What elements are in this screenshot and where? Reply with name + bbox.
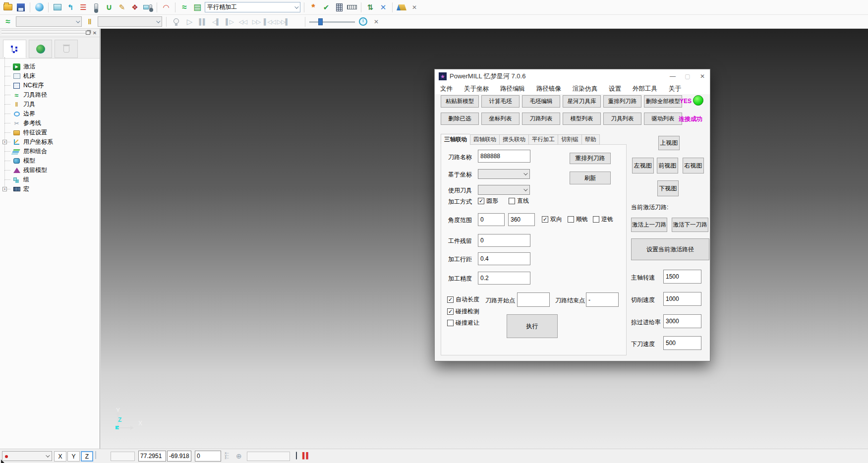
tab-3axis[interactable]: 三轴联动 bbox=[441, 134, 470, 145]
verify-tool-icon[interactable]: ✔ bbox=[321, 2, 332, 13]
skim-feed-input[interactable] bbox=[663, 314, 701, 328]
expand-icon[interactable] bbox=[2, 140, 7, 144]
open-file-icon[interactable] bbox=[2, 2, 13, 13]
strategy-combo[interactable]: 平行精加工 bbox=[205, 2, 300, 12]
maximize-button[interactable]: ▢ bbox=[680, 71, 695, 82]
activate-prev-toolpath-button[interactable]: 激活上一刀路 bbox=[631, 218, 667, 232]
execute-button[interactable]: 执行 bbox=[507, 314, 558, 338]
bidirectional-checkbox[interactable]: 双向 bbox=[542, 215, 562, 224]
sim-toolpath-combo[interactable] bbox=[16, 16, 82, 27]
tab-saw[interactable]: 切割锯 bbox=[558, 134, 581, 145]
rewind-icon[interactable]: ◁◁ bbox=[237, 16, 248, 27]
axis-z-button[interactable]: Z bbox=[81, 451, 93, 462]
save-icon[interactable] bbox=[15, 2, 26, 13]
xyz-list-icon[interactable]: x—y—z— bbox=[225, 452, 231, 460]
toolpath-name-input[interactable] bbox=[478, 150, 530, 163]
block-icon[interactable] bbox=[52, 2, 63, 13]
slider-handle[interactable] bbox=[318, 18, 323, 25]
compare-models-icon[interactable] bbox=[396, 2, 407, 13]
menu-path-edit[interactable]: 路径编辑 bbox=[500, 85, 525, 93]
tree-item-tool[interactable]: ‖刀具 bbox=[0, 100, 100, 109]
statusbar-field-1[interactable] bbox=[111, 452, 135, 461]
tolerance-input[interactable] bbox=[478, 272, 530, 285]
device-icon[interactable] bbox=[296, 452, 297, 459]
axis-y-button[interactable]: Y bbox=[67, 451, 80, 462]
angle-from-input[interactable] bbox=[478, 213, 505, 226]
burst-tool-icon[interactable]: * bbox=[308, 2, 319, 13]
tree-item-macro[interactable]: 宏 bbox=[0, 184, 100, 194]
cutting-feed-input[interactable] bbox=[663, 292, 701, 306]
statusbar-combo[interactable] bbox=[2, 451, 52, 461]
coord-x-input[interactable] bbox=[138, 451, 166, 462]
speed-slider[interactable] bbox=[309, 18, 355, 26]
tree-item-workplane[interactable]: 用户坐标系 bbox=[0, 137, 100, 147]
menu-coords[interactable]: 关于坐标 bbox=[464, 85, 489, 93]
tree-item-stock-model[interactable]: 残留模型 bbox=[0, 166, 100, 175]
close-button[interactable]: ✕ bbox=[695, 71, 710, 82]
sim-tool-combo[interactable] bbox=[98, 16, 162, 27]
collision-avoid-checkbox[interactable]: 碰撞避让 bbox=[447, 319, 479, 327]
tree-item-activate[interactable]: ▶激活 bbox=[0, 62, 100, 71]
feed-rate-icon[interactable]: ☰ bbox=[78, 2, 89, 13]
use-tool-combo[interactable] bbox=[478, 185, 530, 195]
tree-item-nc-program[interactable]: NC程序 bbox=[0, 81, 100, 90]
climb-mill-checkbox[interactable]: 顺铣 bbox=[568, 215, 588, 224]
tab-tilt-head[interactable]: 摆头联动 bbox=[499, 134, 528, 145]
collision-check-icon[interactable] bbox=[142, 2, 153, 13]
tree-item-model[interactable]: 模型 bbox=[0, 156, 100, 166]
activate-next-toolpath-button[interactable]: 激活下一刀路 bbox=[672, 218, 708, 232]
toolpath-list-button[interactable]: 刀路列表 bbox=[522, 113, 560, 125]
paste-new-model-button[interactable]: 粘贴新模型 bbox=[441, 95, 479, 108]
menu-settings[interactable]: 设置 bbox=[609, 85, 621, 93]
delete-selected-button[interactable]: 删除已选 bbox=[441, 113, 479, 125]
toolbar-close-icon[interactable]: ✕ bbox=[409, 2, 420, 13]
toolbar2-close-icon[interactable]: ✕ bbox=[371, 16, 382, 27]
tool-library-button[interactable]: 星河刀具库 bbox=[563, 95, 601, 108]
go-start-icon[interactable]: ▌◁◁ bbox=[264, 16, 275, 27]
angle-to-input[interactable] bbox=[508, 213, 535, 226]
strategy-list-icon[interactable]: ▤ bbox=[192, 2, 203, 13]
view-right-button[interactable]: 右视图 bbox=[683, 158, 704, 174]
menu-file[interactable]: 文件 bbox=[440, 85, 453, 93]
method-line-checkbox[interactable]: 直线 bbox=[509, 197, 529, 205]
model-list-button[interactable]: 模型列表 bbox=[563, 113, 601, 125]
tree-item-group[interactable]: 组 bbox=[0, 175, 100, 184]
tab-parallel[interactable]: 平行加工 bbox=[528, 134, 558, 145]
refresh-button[interactable]: 刷新 bbox=[570, 172, 611, 184]
tab-recycle-bin[interactable] bbox=[55, 40, 78, 58]
points-icon[interactable]: ❖ bbox=[129, 2, 140, 13]
probe-point-icon[interactable]: ⊕ bbox=[236, 452, 242, 460]
delete-all-models-button[interactable]: 删除全部模型 bbox=[644, 95, 682, 108]
tab-web-view[interactable] bbox=[29, 40, 52, 58]
panel-restore-icon[interactable] bbox=[85, 30, 91, 36]
leads-icon[interactable]: ↰ bbox=[65, 2, 76, 13]
view-top-button[interactable]: 上视图 bbox=[658, 136, 680, 150]
expand-icon[interactable] bbox=[2, 187, 7, 191]
coord-list-button[interactable]: 坐标列表 bbox=[481, 113, 520, 125]
end-point-input[interactable] bbox=[586, 292, 619, 307]
swap-tools-icon[interactable]: ⇅ bbox=[365, 2, 376, 13]
start-point-input[interactable] bbox=[517, 292, 550, 307]
menu-path-mirror[interactable]: 路径镜像 bbox=[536, 85, 561, 93]
base-coord-combo[interactable] bbox=[478, 169, 530, 179]
tree-item-feature-set[interactable]: 特征设置 bbox=[0, 128, 100, 137]
favorite-tool-icon[interactable]: ◠ bbox=[161, 2, 172, 13]
toolpath-ribbon-icon[interactable]: ≈ bbox=[2, 16, 13, 27]
tree-item-boundary[interactable]: 边界 bbox=[0, 109, 100, 118]
minimize-button[interactable]: — bbox=[665, 71, 680, 82]
coord-z-input[interactable] bbox=[195, 451, 221, 462]
ruler-icon[interactable] bbox=[347, 2, 357, 13]
panel-close-icon[interactable]: ✕ bbox=[92, 30, 98, 36]
set-active-path-button[interactable]: 设置当前激活路径 bbox=[631, 238, 709, 260]
play-icon[interactable]: ▷ bbox=[184, 16, 195, 27]
calculator-icon[interactable] bbox=[334, 2, 345, 13]
stepover-input[interactable] bbox=[478, 252, 530, 265]
tab-help[interactable]: 帮助 bbox=[581, 134, 600, 145]
step-back-icon[interactable]: ◁▌ bbox=[211, 16, 222, 27]
view-bottom-button[interactable]: 下视图 bbox=[657, 180, 679, 196]
view-front-button[interactable]: 前视图 bbox=[657, 158, 678, 174]
calc-block-button[interactable]: 计算毛坯 bbox=[481, 95, 520, 108]
collision-check-checkbox[interactable]: 碰撞检测 bbox=[447, 307, 479, 316]
step-forward-icon[interactable]: ▌▷ bbox=[224, 16, 235, 27]
conventional-mill-checkbox[interactable]: 逆铣 bbox=[593, 215, 613, 224]
